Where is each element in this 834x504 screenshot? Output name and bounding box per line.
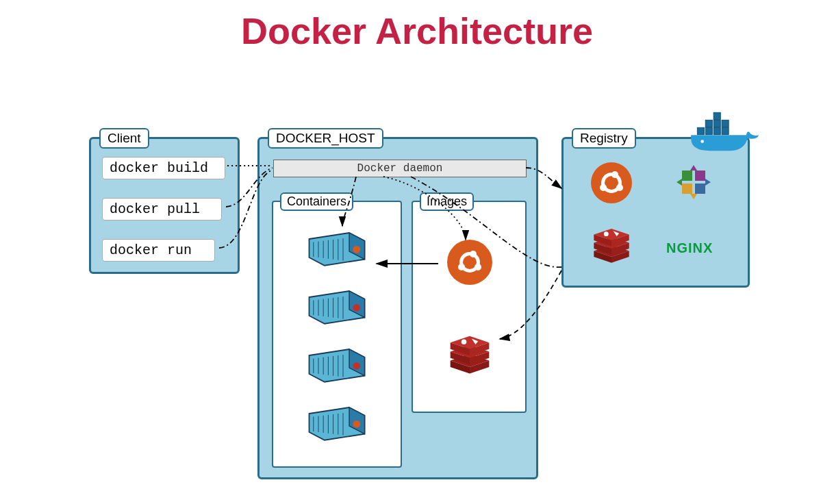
- cmd-docker-build: docker build: [102, 157, 225, 179]
- svg-rect-70: [697, 127, 704, 134]
- registry-panel: Registry NGINX: [561, 137, 750, 288]
- registry-label: Registry: [572, 128, 636, 149]
- svg-rect-53: [682, 184, 692, 194]
- svg-rect-75: [713, 120, 720, 127]
- containers-panel: Containers: [272, 201, 402, 468]
- docker-daemon-bar: Docker daemon: [273, 160, 527, 177]
- svg-rect-52: [695, 171, 705, 181]
- images-label: Images: [420, 192, 474, 211]
- svg-point-69: [604, 231, 609, 236]
- images-panel: Images: [412, 201, 527, 413]
- docker-host-label: DOCKER_HOST: [268, 128, 383, 149]
- svg-marker-58: [677, 179, 682, 186]
- svg-rect-76: [722, 120, 729, 127]
- svg-rect-74: [705, 120, 712, 127]
- redis-icon: [447, 336, 492, 377]
- svg-rect-54: [695, 184, 705, 194]
- docker-whale-icon: [685, 110, 760, 158]
- page-title: Docker Architecture: [0, 10, 834, 52]
- container-icon: [306, 288, 368, 325]
- svg-marker-56: [705, 179, 711, 186]
- ubuntu-icon: [591, 162, 632, 203]
- svg-rect-72: [713, 127, 720, 134]
- docker-host-panel: DOCKER_HOST Docker daemon Containers Ima…: [257, 137, 538, 479]
- containers-label: Containers: [280, 192, 353, 211]
- svg-point-39: [353, 420, 360, 428]
- svg-point-78: [700, 140, 704, 143]
- svg-rect-71: [705, 127, 712, 134]
- redis-icon: [591, 228, 632, 266]
- client-label: Client: [99, 128, 149, 149]
- nginx-icon: NGINX: [666, 240, 713, 256]
- svg-point-29: [353, 362, 360, 370]
- client-panel: Client docker build docker pull docker r…: [89, 137, 240, 274]
- container-icon: [306, 229, 368, 267]
- svg-marker-55: [690, 165, 697, 171]
- svg-marker-57: [690, 194, 697, 199]
- cmd-docker-run: docker run: [102, 239, 215, 262]
- svg-rect-51: [682, 171, 692, 181]
- svg-rect-77: [713, 112, 720, 119]
- ubuntu-icon: [447, 240, 492, 285]
- container-icon: [306, 346, 368, 383]
- centos-icon: [677, 165, 711, 199]
- svg-rect-73: [722, 127, 729, 134]
- cmd-docker-pull: docker pull: [102, 198, 222, 220]
- container-icon: [306, 404, 368, 442]
- svg-point-9: [353, 246, 360, 253]
- svg-point-50: [462, 339, 467, 344]
- svg-point-19: [353, 304, 360, 312]
